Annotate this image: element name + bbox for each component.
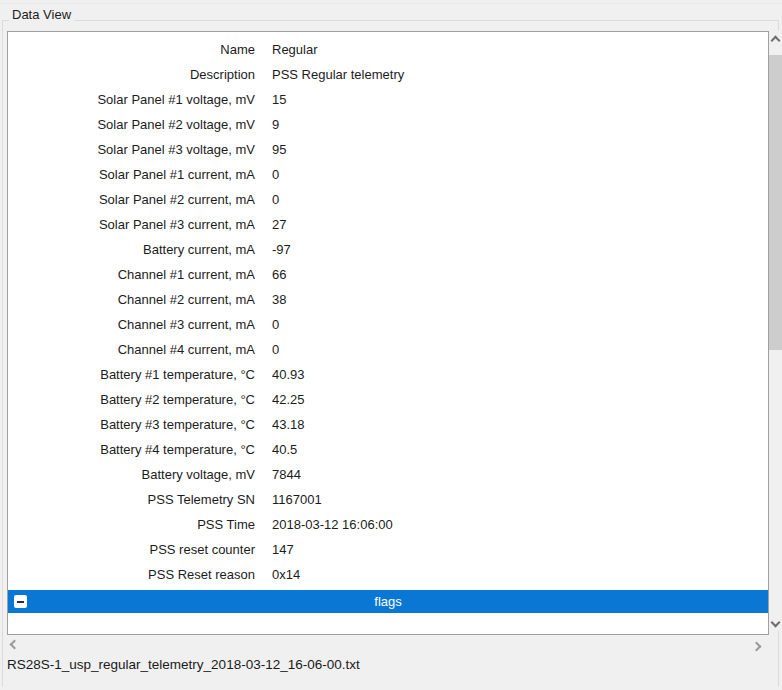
- status-filename: RS28S-1_usp_regular_telemetry_2018-03-12…: [7, 657, 360, 672]
- vertical-scrollbar-thumb[interactable]: [769, 55, 782, 350]
- table-row[interactable]: Solar Panel #3 current, mA 27: [8, 212, 768, 237]
- row-value: 0: [272, 317, 279, 332]
- row-value: 40.5: [272, 442, 297, 457]
- group-row-label: flags: [374, 594, 401, 609]
- table-row[interactable]: Battery current, mA -97: [8, 237, 768, 262]
- row-label: PSS reset counter: [8, 542, 255, 557]
- table-row[interactable]: PSS Reset reason 0x14: [8, 562, 768, 587]
- row-label: PSS Telemetry SN: [8, 492, 255, 507]
- row-label: Solar Panel #1 voltage, mV: [8, 92, 255, 107]
- telemetry-table-panel: Name Regular Description PSS Regular tel…: [7, 31, 769, 635]
- row-label: Solar Panel #3 current, mA: [8, 217, 255, 232]
- table-row[interactable]: Solar Panel #1 voltage, mV 15: [8, 87, 768, 112]
- row-value: 0: [272, 167, 279, 182]
- row-label: Solar Panel #2 current, mA: [8, 192, 255, 207]
- group-row-flags[interactable]: flags: [8, 590, 768, 613]
- table-row[interactable]: PSS Time 2018-03-12 16:06:00: [8, 512, 768, 537]
- row-value: 27: [272, 217, 286, 232]
- row-value: 7844: [272, 467, 301, 482]
- row-value: PSS Regular telemetry: [272, 67, 404, 82]
- row-label: Solar Panel #3 voltage, mV: [8, 142, 255, 157]
- row-label: Channel #3 current, mA: [8, 317, 255, 332]
- row-value: 0: [272, 342, 279, 357]
- row-value: 147: [272, 542, 294, 557]
- table-row[interactable]: PSS reset counter 147: [8, 537, 768, 562]
- table-row[interactable]: Battery #2 temperature, °C 42.25: [8, 387, 768, 412]
- groupbox-title: Data View: [9, 7, 74, 23]
- table-row[interactable]: Channel #2 current, mA 38: [8, 287, 768, 312]
- table-row[interactable]: Channel #4 current, mA 0: [8, 337, 768, 362]
- table-row[interactable]: Channel #1 current, mA 66: [8, 262, 768, 287]
- table-row[interactable]: Battery #3 temperature, °C 43.18: [8, 412, 768, 437]
- scroll-down-icon[interactable]: [769, 615, 782, 631]
- row-value: 43.18: [272, 417, 305, 432]
- vertical-scrollbar[interactable]: [769, 31, 782, 631]
- row-value: 15: [272, 92, 286, 107]
- table-row[interactable]: Description PSS Regular telemetry: [8, 62, 768, 87]
- row-label: Battery current, mA: [8, 242, 255, 257]
- row-label: Battery #1 temperature, °C: [8, 367, 255, 382]
- table-row[interactable]: Name Regular: [8, 37, 768, 62]
- row-value: 2018-03-12 16:06:00: [272, 517, 393, 532]
- row-label: PSS Time: [8, 517, 255, 532]
- row-value: 42.25: [272, 392, 305, 407]
- top-edge-line: [0, 3, 782, 4]
- collapse-icon[interactable]: [14, 595, 27, 608]
- row-label: Channel #4 current, mA: [8, 342, 255, 357]
- table-row[interactable]: PSS Telemetry SN 1167001: [8, 487, 768, 512]
- row-label: Description: [8, 67, 255, 82]
- row-label: PSS Reset reason: [8, 567, 255, 582]
- data-view-window: Data View Name Regular Description PSS R…: [0, 0, 782, 690]
- table-row[interactable]: Battery voltage, mV 7844: [8, 462, 768, 487]
- row-value: 95: [272, 142, 286, 157]
- row-label: Channel #2 current, mA: [8, 292, 255, 307]
- row-label: Battery #4 temperature, °C: [8, 442, 255, 457]
- row-label: Solar Panel #1 current, mA: [8, 167, 255, 182]
- table-row[interactable]: Channel #3 current, mA 0: [8, 312, 768, 337]
- scroll-up-icon[interactable]: [769, 31, 782, 47]
- row-value: 40.93: [272, 367, 305, 382]
- table-row[interactable]: Battery #1 temperature, °C 40.93: [8, 362, 768, 387]
- row-label: Battery #3 temperature, °C: [8, 417, 255, 432]
- table-row[interactable]: Battery #4 temperature, °C 40.5: [8, 437, 768, 462]
- row-label: Battery #2 temperature, °C: [8, 392, 255, 407]
- row-value: 1167001: [272, 492, 322, 507]
- row-label: Battery voltage, mV: [8, 467, 255, 482]
- table-row[interactable]: Solar Panel #2 voltage, mV 9: [8, 112, 768, 137]
- table-row[interactable]: Solar Panel #1 current, mA 0: [8, 162, 768, 187]
- minus-glyph: [17, 601, 24, 603]
- row-label: Channel #1 current, mA: [8, 267, 255, 282]
- telemetry-rows: Name Regular Description PSS Regular tel…: [8, 32, 768, 587]
- row-value: 9: [272, 117, 279, 132]
- row-value: -97: [272, 242, 291, 257]
- row-value: 38: [272, 292, 286, 307]
- table-row[interactable]: Solar Panel #2 current, mA 0: [8, 187, 768, 212]
- row-value: Regular: [272, 42, 318, 57]
- row-label: Name: [8, 42, 255, 57]
- row-value: 66: [272, 267, 286, 282]
- row-value: 0x14: [272, 567, 300, 582]
- row-label: Solar Panel #2 voltage, mV: [8, 117, 255, 132]
- row-value: 0: [272, 192, 279, 207]
- table-row[interactable]: Solar Panel #3 voltage, mV 95: [8, 137, 768, 162]
